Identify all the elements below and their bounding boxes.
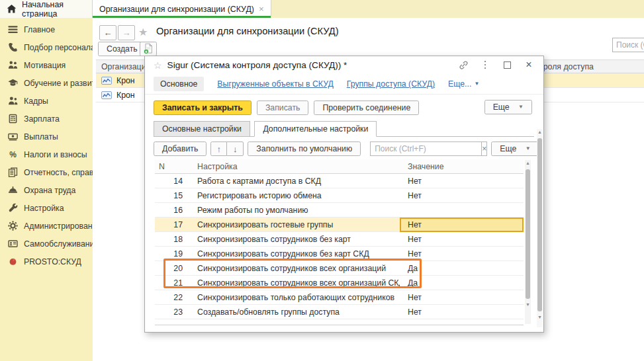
- organization-name: Крон: [116, 91, 135, 100]
- setting-value[interactable]: Нет: [400, 188, 524, 203]
- settings-row[interactable]: 19Синхронизировать сотрудников без карт …: [155, 247, 524, 261]
- add-button[interactable]: Добавить: [154, 141, 207, 156]
- back-button[interactable]: ←: [99, 25, 116, 40]
- dialog-title: Sigur (Система контроля доступа (СКУД)) …: [167, 60, 347, 70]
- scroll-up-icon[interactable]: ▲: [526, 160, 530, 167]
- setting-value[interactable]: Нет: [400, 290, 524, 305]
- column-setting: Настройка: [188, 159, 400, 174]
- table-scrollbar[interactable]: ▲ ▼: [525, 160, 531, 324]
- save-and-close-button[interactable]: Записать и закрыть: [154, 100, 252, 115]
- dialog-nav-bar: Основное Выгруженные объекты в СКУДГрупп…: [145, 74, 543, 95]
- sidebar-item[interactable]: Отчетность, справки: [0, 163, 93, 181]
- nav-main-chip[interactable]: Основное: [154, 77, 204, 91]
- settings-toolbar: Добавить ↑ ↓ Заполнить по умолчанию × Ещ…: [154, 141, 534, 157]
- maximize-icon[interactable]: [502, 60, 512, 70]
- tab-organizations-sync[interactable]: Организации для синхронизации (СКУД) ×: [93, 0, 271, 18]
- sidebar-item[interactable]: Мотивация: [0, 56, 93, 74]
- setting-number: 22: [155, 290, 188, 305]
- move-down-button[interactable]: ↓: [227, 141, 244, 156]
- sidebar-item-label: Зарплата: [24, 114, 60, 124]
- favorite-star-icon[interactable]: ★: [138, 26, 148, 38]
- dropdown-arrow-icon: ▼: [518, 104, 524, 110]
- setting-number: 17: [155, 218, 188, 232]
- list-search-input[interactable]: [612, 38, 644, 52]
- setting-value[interactable]: Нет: [400, 232, 524, 247]
- settings-row[interactable]: 16Режим работы по умолчанию: [155, 203, 524, 218]
- setting-value[interactable]: [400, 203, 524, 218]
- settings-row[interactable]: 23Создавать/обновлять группы доступаНет: [155, 305, 524, 319]
- save-button[interactable]: Записать: [257, 100, 309, 115]
- settings-row[interactable]: 22Синхронизировать только работающих сот…: [155, 290, 524, 305]
- settings-row[interactable]: 20Синхронизировать сотрудников всех орга…: [155, 261, 524, 276]
- application-window: Начальная страница Организации для синхр…: [0, 0, 644, 361]
- dialog-scrollbar[interactable]: ▲ ▼: [537, 129, 543, 327]
- create-button[interactable]: Создать: [98, 42, 146, 56]
- setting-name: Синхронизировать сотрудников всех органи…: [188, 276, 400, 290]
- sidebar-item[interactable]: PROSTO:СКУД: [0, 253, 93, 270]
- scroll-down-icon[interactable]: ▼: [537, 314, 542, 321]
- column-organization: Организация: [101, 62, 150, 71]
- setting-value[interactable]: Нет: [400, 247, 524, 261]
- setting-name: Синхронизировать только работающих сотру…: [188, 290, 400, 305]
- setting-number: 14: [155, 174, 188, 188]
- settings-row[interactable]: 14Работа с картами доступа в СКДНет: [155, 174, 524, 188]
- nav-more-link[interactable]: Еще... ▼: [448, 79, 479, 89]
- sidebar-item[interactable]: Администрирование: [0, 217, 93, 235]
- more-menu-icon[interactable]: [480, 60, 490, 70]
- scrollbar-thumb[interactable]: [537, 138, 542, 311]
- settings-row[interactable]: 21Синхронизировать сотрудников всех орга…: [155, 276, 524, 290]
- home-tab-label: Начальная страница: [22, 0, 92, 19]
- sidebar-item[interactable]: Настройка: [0, 199, 93, 217]
- sidebar-item[interactable]: Зарплата: [0, 110, 93, 128]
- sidebar-item[interactable]: Подбор персонала: [0, 38, 93, 56]
- search-clear-button[interactable]: ×: [482, 141, 487, 156]
- move-up-button[interactable]: ↑: [210, 141, 227, 156]
- sidebar-item[interactable]: Охрана труда: [0, 181, 93, 199]
- sidebar-item[interactable]: Обучение и развитие: [0, 74, 93, 92]
- dropdown-arrow-icon: ▼: [526, 146, 531, 151]
- scroll-up-icon[interactable]: ▲: [537, 129, 542, 136]
- setting-value[interactable]: Да: [400, 261, 524, 276]
- check-connection-button[interactable]: Проверить соединение: [314, 100, 419, 115]
- selfservice-icon: [8, 239, 18, 249]
- dialog-nav-link[interactable]: Выгруженные объекты в СКУД: [217, 79, 333, 89]
- forward-button[interactable]: →: [118, 25, 135, 40]
- sidebar-item[interactable]: %Налоги и взносы: [0, 145, 93, 163]
- sidebar-item-label: Налоги и взносы: [24, 150, 87, 159]
- setting-name: Режим работы по умолчанию: [188, 203, 400, 218]
- organization-icon: [101, 77, 112, 85]
- sidebar-item[interactable]: Выплаты: [0, 128, 93, 145]
- setting-value[interactable]: Нет: [400, 174, 524, 188]
- scrollbar-thumb[interactable]: [526, 169, 530, 299]
- settings-row[interactable]: 17Синхронизировать гостевые группыНет: [155, 218, 524, 232]
- tab-additional-settings[interactable]: Дополнительные настройки: [254, 121, 377, 137]
- command-more-button[interactable]: Еще ▼: [484, 100, 532, 114]
- sidebar-item[interactable]: Самообслуживание: [0, 235, 93, 253]
- scroll-down-icon[interactable]: ▼: [526, 301, 530, 308]
- table-tail: [155, 319, 524, 325]
- tab-close-icon[interactable]: ×: [259, 5, 264, 13]
- percent-icon: %: [8, 149, 18, 159]
- create-document-button[interactable]: [140, 42, 157, 56]
- move-buttons: ↑ ↓: [210, 141, 244, 156]
- sidebar: ГлавноеПодбор персоналаМотивацияОбучение…: [0, 18, 93, 361]
- settings-row[interactable]: 18Синхронизировать сотрудников без картН…: [155, 232, 524, 247]
- home-tab[interactable]: Начальная страница: [0, 0, 93, 18]
- menu-icon: [8, 24, 18, 34]
- sidebar-item-label: Выплаты: [24, 132, 58, 141]
- dialog-nav-link[interactable]: Группы доступа (СКУД): [347, 79, 435, 89]
- setting-value[interactable]: Да: [400, 276, 524, 290]
- settings-row[interactable]: 15Регистрировать историю обменаНет: [155, 188, 524, 203]
- sidebar-item[interactable]: Кадры: [0, 92, 93, 110]
- tab-basic-settings[interactable]: Основные настройки: [154, 121, 250, 137]
- favorite-star-outline-icon[interactable]: ☆: [154, 60, 162, 71]
- setting-value[interactable]: Нет: [400, 305, 524, 319]
- toolbar-more-button[interactable]: Еще ▼: [491, 141, 539, 156]
- window-controls: ×: [458, 60, 534, 70]
- close-icon[interactable]: ×: [524, 60, 534, 70]
- sidebar-item[interactable]: Главное: [0, 20, 93, 38]
- settings-search-input[interactable]: [370, 141, 482, 156]
- get-link-icon[interactable]: [458, 60, 469, 70]
- fill-default-button[interactable]: Заполнить по умолчанию: [248, 141, 361, 156]
- setting-value[interactable]: Нет: [400, 218, 524, 232]
